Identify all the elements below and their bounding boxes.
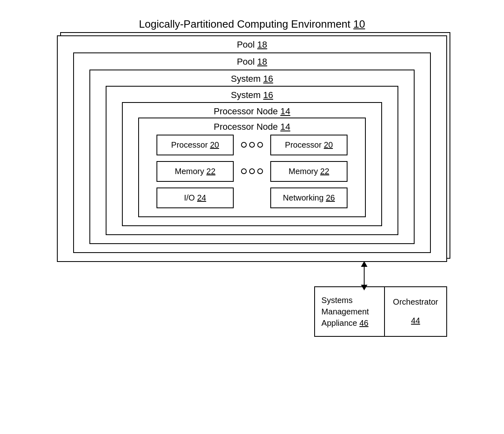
pnode-inner-box: Processor Node 14 Processor 20 — [138, 118, 366, 217]
system-inner-label: System 16 — [231, 90, 273, 100]
arrow-line-body — [364, 267, 365, 285]
io-networking-row: I/O 24 Networking 26 — [147, 188, 357, 208]
main-title: Logically-Partitioned Computing Environm… — [139, 18, 365, 31]
pool-inner-box: Pool 18 System 16 System 16 Processor No… — [73, 52, 431, 253]
processor-row: Processor 20 Processor 20 — [147, 135, 357, 155]
system-inner-box: System 16 Processor Node 14 Processor No… — [106, 86, 398, 235]
memory-left-box: Memory 22 — [156, 161, 234, 182]
pnode-outer-label: Processor Node 14 — [214, 106, 290, 117]
processor-right-box: Processor 20 — [270, 135, 348, 155]
memory-dots — [234, 168, 270, 174]
memory-right-box: Memory 22 — [270, 161, 348, 182]
arrow-down-head — [361, 285, 367, 290]
sma-label: SystemsManagementAppliance 46 — [315, 287, 384, 336]
diagram-wrapper: Logically-Partitioned Computing Environm… — [28, 18, 476, 417]
arrow-up-head — [361, 261, 367, 267]
arrow-connector — [361, 261, 367, 290]
system-outer-box: System 16 System 16 Processor Node 14 — [89, 70, 415, 244]
memory-row: Memory 22 Memory 22 — [147, 161, 357, 182]
pool-outer-box: Pool 18 Pool 18 System 16 System 16 — [57, 35, 447, 262]
dot5 — [249, 168, 255, 174]
pool-inner-label: Pool 18 — [237, 57, 267, 67]
networking-box: Networking 26 — [270, 188, 348, 208]
dot1 — [241, 142, 247, 148]
dot6 — [257, 168, 263, 174]
dot3 — [257, 142, 263, 148]
pool-outer-label: Pool 18 — [237, 39, 267, 50]
pnode-inner-label: Processor Node 14 — [214, 122, 290, 132]
orchestrator-section: Orchestrator 44 — [385, 287, 446, 336]
sma-box: SystemsManagementAppliance 46 Orchestrat… — [314, 286, 447, 337]
dot2 — [249, 142, 255, 148]
processor-left-box: Processor 20 — [156, 135, 234, 155]
io-box: I/O 24 — [156, 188, 234, 208]
dot4 — [241, 168, 247, 174]
components-grid: Processor 20 Processor 20 — [147, 135, 357, 208]
system-outer-label: System 16 — [231, 74, 273, 84]
bottom-section: SystemsManagementAppliance 46 Orchestrat… — [57, 262, 447, 337]
pnode-outer-box: Processor Node 14 Processor Node 14 — [122, 102, 382, 226]
processor-dots — [234, 142, 270, 148]
